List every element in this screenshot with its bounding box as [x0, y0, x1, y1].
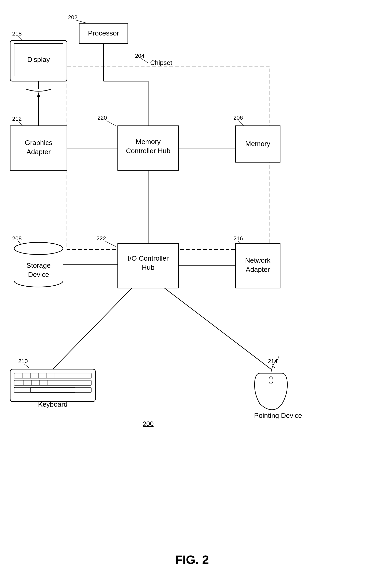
figure-200-label: 200: [143, 420, 154, 427]
display-arrow: [37, 92, 40, 97]
ref-204: 204: [135, 53, 144, 59]
svg-line-5: [18, 122, 23, 126]
ioch-label2: Hub: [142, 263, 155, 271]
ref-216: 216: [233, 235, 243, 242]
svg-line-6: [18, 37, 22, 41]
processor-label: Processor: [88, 29, 119, 37]
ref-218: 218: [12, 30, 22, 37]
display-label: Display: [27, 56, 50, 63]
storage-label2: Device: [28, 271, 49, 278]
chipset-label: Chipset: [150, 59, 172, 66]
network-label1: Network: [245, 256, 271, 264]
keyboard-label: Keyboard: [38, 400, 68, 408]
svg-line-13: [24, 364, 29, 368]
mch-label2: Controller Hub: [126, 147, 170, 155]
ref-206: 206: [233, 115, 243, 121]
svg-point-11: [14, 242, 63, 254]
pointing-label1: Pointing Device: [254, 412, 302, 419]
diagram-container: 202 Processor 204 Chipset 220 Memory Con…: [0, 0, 384, 588]
memory-label: Memory: [245, 140, 270, 147]
svg-line-45: [53, 288, 132, 369]
ref-220: 220: [97, 115, 107, 121]
ref-212: 212: [12, 116, 22, 122]
svg-line-46: [164, 288, 271, 369]
mch-label1: Memory: [136, 138, 161, 146]
ref-210: 210: [18, 358, 28, 364]
svg-line-3: [238, 121, 244, 126]
graphics-label1: Graphics: [25, 139, 52, 147]
network-label2: Adapter: [246, 266, 270, 273]
graphics-label2: Adapter: [26, 148, 50, 156]
svg-line-4: [106, 241, 116, 246]
ioch-label1: I/O Controller: [128, 254, 169, 262]
svg-line-0: [75, 20, 87, 23]
svg-line-2: [107, 121, 116, 126]
svg-line-1: [141, 58, 148, 63]
storage-label1: Storage: [26, 261, 50, 269]
fig-label: FIG. 2: [175, 553, 209, 567]
ref-202: 202: [68, 14, 78, 21]
ref-222: 222: [96, 235, 106, 242]
ref-208: 208: [12, 235, 22, 242]
